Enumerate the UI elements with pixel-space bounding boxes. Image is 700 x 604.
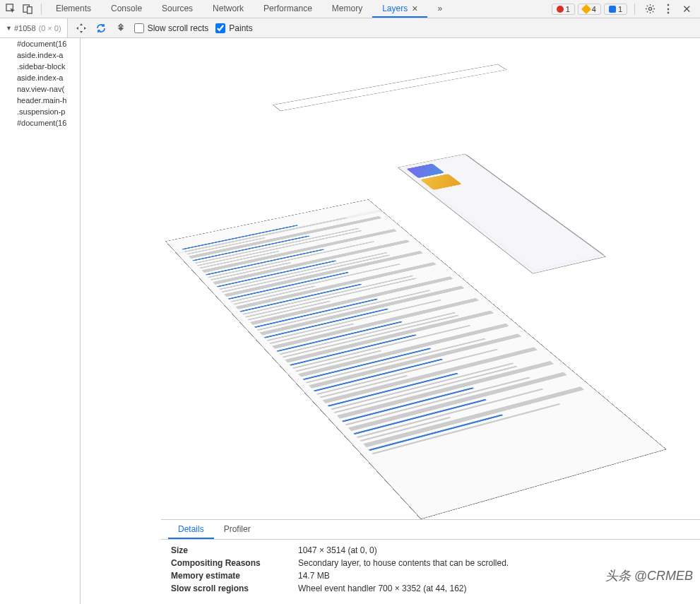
detail-row-compositing: Compositing Reasons Secondary layer, to … [171, 558, 690, 568]
layer-tree-item[interactable]: header.main-h [0, 95, 80, 106]
detail-row-memory: Memory estimate 14.7 MB [171, 571, 690, 581]
composited-layer-header[interactable] [272, 64, 506, 111]
toolbar-left-group [3, 1, 46, 17]
main-area: #document(16 aside.index-a .sidebar-bloc… [0, 38, 700, 604]
reset-view-icon[interactable] [114, 22, 127, 35]
more-menu-icon[interactable]: ⋮ [660, 1, 676, 17]
detail-row-size: Size 1047 × 3514 (at 0, 0) [171, 545, 690, 555]
slow-scroll-checkbox-wrap[interactable]: Slow scroll rects [134, 23, 209, 33]
tab-close-icon[interactable]: × [412, 3, 417, 14]
tab-overflow-icon[interactable]: » [427, 0, 452, 18]
breadcrumb-size: (0 × 0) [39, 24, 61, 32]
paints-checkbox-wrap[interactable]: Paints [215, 23, 252, 33]
breadcrumb-id: #1058 [14, 24, 36, 32]
error-count: 1 [566, 5, 570, 13]
toolbar-divider [41, 4, 42, 15]
layer-tree-item[interactable]: #document(16 [0, 117, 80, 129]
rotate-mode-icon[interactable] [95, 22, 107, 35]
layer-tree-item[interactable]: nav.view-nav( [0, 83, 80, 95]
layer-tree-item[interactable]: aside.index-a [0, 49, 80, 61]
toolbar-right-group: 1 4 1 ⋮ ✕ [552, 1, 697, 17]
layers-subtoolbar: ▼ #1058 (0 × 0) Slow scroll rects Paints [0, 18, 700, 38]
close-devtools-icon[interactable]: ✕ [679, 1, 694, 17]
toolbar-divider [634, 4, 635, 15]
layer-3d-scene [179, 73, 603, 533]
tab-console[interactable]: Console [101, 0, 152, 18]
pan-mode-icon[interactable] [75, 22, 88, 35]
tab-elements[interactable]: Elements [46, 0, 101, 18]
detail-value: 14.7 MB [298, 571, 330, 581]
tab-sources[interactable]: Sources [152, 0, 203, 18]
layer-tree-sidebar: #document(16 aside.index-a .sidebar-bloc… [0, 38, 81, 604]
svg-point-4 [119, 27, 121, 29]
detail-key: Compositing Reasons [171, 558, 298, 568]
tab-memory[interactable]: Memory [322, 0, 372, 18]
warning-icon [581, 4, 591, 13]
details-tabs: Details Profiler [161, 520, 700, 540]
slow-scroll-checkbox[interactable] [134, 23, 144, 33]
tab-layers[interactable]: Layers × [372, 0, 427, 18]
tab-layers-label: Layers [382, 4, 408, 13]
detail-key: Size [171, 545, 298, 555]
info-icon [609, 6, 616, 13]
details-content: Size 1047 × 3514 (at 0, 0) Compositing R… [161, 540, 700, 602]
layer-tree-item[interactable]: #document(16 [0, 38, 80, 49]
settings-icon[interactable] [642, 1, 658, 17]
device-toggle-icon[interactable] [20, 1, 35, 17]
paints-checkbox[interactable] [215, 23, 225, 33]
layer-details-panel: Details Profiler Size 1047 × 3514 (at 0,… [161, 519, 700, 604]
layer-tree-item[interactable]: aside.index-a [0, 72, 80, 83]
warning-count: 4 [592, 5, 596, 13]
paints-label: Paints [229, 23, 252, 33]
layer-tree-item[interactable]: .sidebar-block [0, 61, 80, 72]
layer-breadcrumb[interactable]: ▼ #1058 (0 × 0) [0, 18, 68, 37]
slow-scroll-label: Slow scroll rects [148, 23, 209, 33]
svg-point-3 [648, 7, 651, 10]
svg-rect-2 [27, 7, 32, 13]
detail-value: Wheel event handler 700 × 3352 (at 44, 1… [298, 584, 467, 593]
tab-network[interactable]: Network [203, 0, 254, 18]
devtools-main-toolbar: Elements Console Sources Network Perform… [0, 0, 700, 18]
layer-tree-item[interactable]: .suspension-p [0, 106, 80, 117]
warning-badge[interactable]: 4 [578, 4, 601, 15]
info-badge[interactable]: 1 [604, 4, 627, 15]
detail-value: Secondary layer, to house contents that … [298, 558, 509, 568]
layer-controls: Slow scroll rects Paints [68, 22, 260, 35]
info-count: 1 [618, 5, 622, 13]
panel-tabs: Elements Console Sources Network Perform… [46, 0, 552, 18]
tab-profiler[interactable]: Profiler [214, 520, 261, 539]
error-icon [557, 6, 564, 13]
caret-down-icon: ▼ [6, 25, 12, 32]
layers-3d-canvas[interactable]: Details Profiler Size 1047 × 3514 (at 0,… [81, 38, 700, 604]
detail-row-slow-scroll: Slow scroll regions Wheel event handler … [171, 584, 690, 593]
error-badge[interactable]: 1 [552, 4, 575, 15]
inspect-element-icon[interactable] [3, 1, 18, 17]
detail-value: 1047 × 3514 (at 0, 0) [298, 545, 377, 555]
detail-key: Memory estimate [171, 571, 298, 581]
tab-performance[interactable]: Performance [254, 0, 322, 18]
tab-details[interactable]: Details [168, 520, 214, 539]
detail-key: Slow scroll regions [171, 584, 298, 593]
